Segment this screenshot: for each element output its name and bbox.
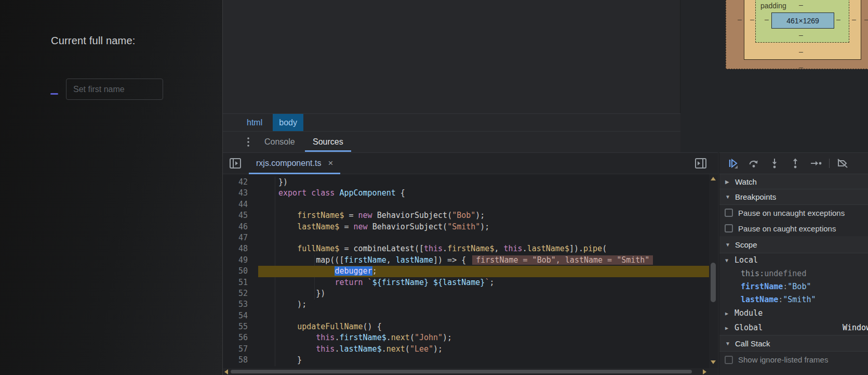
code-line-48[interactable]: 48 fullName$ = combineLatest([this.first… xyxy=(223,243,709,254)
scroll-left-icon[interactable] xyxy=(224,369,228,374)
hide-debugger-sidebar-icon[interactable] xyxy=(695,158,707,169)
resume-script-execution-icon[interactable] xyxy=(723,156,743,171)
line-number[interactable]: 49 xyxy=(223,255,248,266)
file-tab[interactable]: rxjs.component.ts × xyxy=(249,153,340,174)
scope-local-label: Local xyxy=(735,255,758,265)
checkbox-icon[interactable] xyxy=(725,224,733,232)
code-text: }) xyxy=(278,288,325,299)
scroll-right-icon[interactable] xyxy=(703,369,706,374)
breadcrumb-item-html[interactable]: html xyxy=(241,114,269,131)
code-line-56[interactable]: 56 this.firstName$.next("John"); xyxy=(223,332,709,343)
scope-var-lastName[interactable]: lastName: "Smith" xyxy=(719,293,868,306)
code-text: this.lastName$.next("Lee"); xyxy=(278,344,443,355)
code-line-51[interactable]: 51 return `${firstName} ${lastName}`; xyxy=(223,277,709,288)
watch-section-header[interactable]: ▶ Watch xyxy=(719,174,868,189)
code-line-42[interactable]: 42}) xyxy=(223,177,709,188)
line-number[interactable]: 44 xyxy=(223,199,248,210)
breakpoint-option-row[interactable]: Pause on caught exceptions xyxy=(719,221,868,236)
debugger-sidebar: ▶ Watch ▼ Breakpoints Pause on uncaught … xyxy=(719,174,868,375)
line-number[interactable]: 50 xyxy=(223,266,248,277)
scope-var-firstName[interactable]: firstName: "Bob" xyxy=(719,280,868,293)
code-line-46[interactable]: 46 lastName$ = new BehaviorSubject("Smit… xyxy=(223,222,709,232)
more-options-icon[interactable] xyxy=(245,136,252,149)
breakpoint-option-row[interactable]: Pause on uncaught exceptions xyxy=(719,205,868,221)
code-line-47[interactable]: 47 xyxy=(223,232,709,243)
code-line-58[interactable]: 58 } xyxy=(223,355,709,366)
var-name: this xyxy=(741,269,759,278)
line-number[interactable]: 42 xyxy=(223,177,248,188)
code-line-43[interactable]: 43export class AppComponent { xyxy=(223,188,709,199)
scope-var-this[interactable]: this: undefined xyxy=(719,267,868,280)
tab-console[interactable]: Console xyxy=(264,132,295,152)
scope-module-row[interactable]: ▶ Module xyxy=(719,306,868,320)
box-model-margin[interactable]: padding 461×1269 xyxy=(726,0,868,69)
breadcrumb-item-body[interactable]: body xyxy=(273,114,303,131)
close-icon[interactable]: × xyxy=(328,158,333,169)
line-number[interactable]: 46 xyxy=(223,222,248,232)
file-tab-bar: rxjs.component.ts × xyxy=(223,152,718,174)
first-name-input[interactable] xyxy=(66,79,163,100)
code-line-45[interactable]: 45 firstName$ = new BehaviorSubject("Bob… xyxy=(223,210,709,221)
code-line-54[interactable]: 54 xyxy=(223,311,709,321)
code-line-52[interactable]: 52 }) xyxy=(223,288,709,299)
step-into-icon[interactable] xyxy=(764,156,785,171)
code-text: } xyxy=(278,355,302,366)
watch-label: Watch xyxy=(735,177,757,186)
editor-horizontal-scrollbar[interactable] xyxy=(223,368,718,375)
scope-section-header[interactable]: ▼ Scope xyxy=(719,236,868,253)
var-colon: : xyxy=(778,295,783,304)
box-model-area: padding 461×1269 – – – – – – – – – – xyxy=(680,0,868,152)
call-stack-section-header[interactable]: ▼ Call Stack xyxy=(719,335,868,352)
breakpoints-section-header[interactable]: ▼ Breakpoints xyxy=(719,189,868,205)
checkbox-icon[interactable] xyxy=(725,356,733,364)
scroll-up-marker-icon[interactable] xyxy=(711,177,716,180)
line-number[interactable]: 51 xyxy=(223,277,248,288)
breakpoints-label: Breakpoints xyxy=(735,192,776,201)
code-editor[interactable]: 42})43export class AppComponent {4445 fi… xyxy=(223,174,709,368)
line-number[interactable]: 58 xyxy=(223,355,248,366)
scope-local-row[interactable]: ▼ Local xyxy=(719,253,868,267)
code-line-53[interactable]: 53 ); xyxy=(223,299,709,310)
line-number[interactable]: 57 xyxy=(223,344,248,355)
var-value: "Bob" xyxy=(787,282,811,291)
show-navigator-icon[interactable] xyxy=(229,158,242,169)
code-text: }) xyxy=(278,177,288,188)
devtools-tab-bar: Console Sources xyxy=(223,131,680,152)
ignore-listed-label: Show ignore-listed frames xyxy=(738,355,828,364)
code-line-55[interactable]: 55 updateFullName() { xyxy=(223,321,709,332)
checkbox-icon[interactable] xyxy=(725,209,733,217)
line-number[interactable]: 45 xyxy=(223,210,248,221)
line-number[interactable]: 47 xyxy=(223,232,248,243)
deactivate-breakpoints-icon[interactable] xyxy=(832,156,853,171)
editor-vertical-scrollbar[interactable] xyxy=(709,174,718,368)
line-number[interactable]: 55 xyxy=(223,321,248,332)
horizontal-scroll-thumb[interactable] xyxy=(231,370,692,373)
scroll-down-marker-icon[interactable] xyxy=(711,360,716,364)
line-number[interactable]: 52 xyxy=(223,288,248,299)
line-number[interactable]: 53 xyxy=(223,299,248,310)
code-lines: 42})43export class AppComponent {4445 fi… xyxy=(223,177,709,366)
box-model-margin-bottom-value: – xyxy=(799,63,803,71)
code-line-50[interactable]: 50 debugger; xyxy=(223,266,709,277)
step-icon[interactable] xyxy=(806,156,826,171)
code-line-44[interactable]: 44 xyxy=(223,199,709,210)
scope-global-row[interactable]: ▶ Global Window xyxy=(719,320,868,335)
inline-eval-hint: firstName = "Bob", lastName = "Smith" xyxy=(472,255,653,265)
line-number[interactable]: 48 xyxy=(223,243,248,254)
vertical-scroll-thumb[interactable] xyxy=(711,263,716,302)
line-number[interactable]: 54 xyxy=(223,311,248,321)
step-over-icon[interactable] xyxy=(743,156,764,171)
box-model-margin-left-value: – xyxy=(738,15,742,23)
box-model-border-right-value: – xyxy=(852,15,856,23)
box-model-content[interactable]: 461×1269 xyxy=(771,12,834,29)
line-number[interactable]: 43 xyxy=(223,188,248,199)
code-text: lastName$ = new BehaviorSubject("Smith")… xyxy=(278,222,489,232)
line-number[interactable]: 56 xyxy=(223,332,248,343)
code-line-49[interactable]: 49 map(([firstName, lastName]) => {first… xyxy=(223,255,709,266)
scope-global-value: Window xyxy=(843,323,868,332)
tab-sources[interactable]: Sources xyxy=(313,132,343,152)
var-value: "Smith" xyxy=(783,295,816,304)
show-ignore-listed-frames-row[interactable]: Show ignore-listed frames xyxy=(719,352,868,368)
step-out-icon[interactable] xyxy=(785,156,806,171)
code-line-57[interactable]: 57 this.lastName$.next("Lee"); xyxy=(223,344,709,355)
